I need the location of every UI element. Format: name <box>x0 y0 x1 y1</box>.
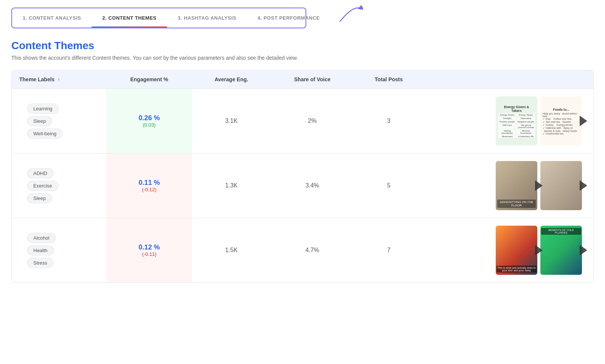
play-icon <box>580 245 587 256</box>
avg-eng-cell: 3.1K <box>192 89 271 153</box>
thumbnail-2[interactable]: Foods to... Help you sleep Avoid before … <box>540 96 582 146</box>
engagement-cell: 0.12 % (-0.11) <box>106 218 192 283</box>
table-row: ADHD Exercise Sleep 0.11 % (-0.12) 1.3K … <box>12 153 593 218</box>
tag-alcohol: Alcohol <box>27 233 56 243</box>
page-subtitle: This shows the account's different Conte… <box>11 55 594 61</box>
thumb-foods-img: Foods to... Help you sleep Avoid before … <box>540 96 582 146</box>
tag-sleep: Sleep <box>27 193 52 203</box>
tag-wellbeing: Well-being <box>27 129 63 139</box>
engagement-delta: (0.03) <box>114 122 184 128</box>
share-of-voice-cell: 4.7% <box>271 218 354 283</box>
col-thumbnails <box>424 70 593 89</box>
total-posts-cell: 3 <box>354 89 424 153</box>
play-icon <box>580 116 587 126</box>
share-of-voice-value: 2% <box>308 118 316 124</box>
thumbnails-cell: ADHD/SITTING ON THE FLOOR <box>424 153 593 218</box>
tab-content-themes[interactable]: 2. CONTENT THEMES <box>92 8 167 28</box>
theme-tags-cell: ADHD Exercise Sleep <box>12 153 106 218</box>
avg-eng-cell: 1.5K <box>192 218 271 283</box>
tab-post-performance[interactable]: 4. POST PERFORMANCE <box>247 8 330 28</box>
tab-content-analysis[interactable]: 1. CONTENT ANALYSIS <box>12 8 92 28</box>
share-of-voice-value: 4.7% <box>306 247 319 253</box>
thumb-room-img: ADHD/SITTING ON THE FLOOR <box>496 161 537 210</box>
engagement-pct-value: 0.12 % <box>114 243 184 251</box>
sort-arrow-icon: ↑ <box>57 77 60 82</box>
share-of-voice-value: 3.4% <box>306 182 319 189</box>
thumbnail-2[interactable] <box>540 161 582 210</box>
thumbnail-2[interactable]: BENEFITS OF COLD PLUNGES <box>540 226 582 275</box>
arrow-decoration <box>337 2 363 25</box>
play-icon <box>535 245 543 256</box>
table-row: Alcohol Health Stress 0.12 % (-0.11) 1.5… <box>12 218 593 283</box>
avg-eng-value: 3.1K <box>225 118 237 124</box>
thumbnail-1[interactable]: ADHD/SITTING ON THE FLOOR <box>496 161 537 210</box>
theme-tags-cell: Alcohol Health Stress <box>12 218 106 283</box>
thumb-energy-img: Energy Givers & Takers Energy GiversEner… <box>496 96 537 146</box>
col-theme-labels[interactable]: Theme Labels ↑ <box>12 70 106 89</box>
thumbnails-cell: This is what and actually does to your l… <box>424 218 593 283</box>
thumbnails-cell: Energy Givers & Takers Energy GiversEner… <box>424 89 593 153</box>
theme-tags-cell: Learning Sleep Well-being <box>12 89 106 153</box>
thumbnail-1[interactable]: Energy Givers & Takers Energy GiversEner… <box>496 96 537 146</box>
col-total-posts[interactable]: Total Posts <box>354 70 424 89</box>
table-header-row: Theme Labels ↑ Engagement % Average Eng.… <box>12 70 593 89</box>
total-posts-value: 5 <box>387 182 391 189</box>
thumbnail-1[interactable]: This is what and actually does to your l… <box>496 226 537 275</box>
content-themes-table: Theme Labels ↑ Engagement % Average Eng.… <box>11 70 594 283</box>
engagement-pct-value: 0.26 % <box>114 114 184 122</box>
engagement-pct-value: 0.11 % <box>114 179 184 187</box>
share-of-voice-cell: 3.4% <box>271 153 354 218</box>
engagement-cell: 0.11 % (-0.12) <box>106 153 192 218</box>
total-posts-value: 3 <box>387 118 391 124</box>
total-posts-cell: 7 <box>354 218 424 283</box>
thumb-sunset-img: This is what and actually does to your l… <box>496 226 537 275</box>
tag-exercise: Exercise <box>27 181 59 191</box>
engagement-cell: 0.26 % (0.03) <box>106 89 192 153</box>
play-icon <box>535 180 543 191</box>
engagement-delta: (-0.12) <box>114 187 184 192</box>
avg-eng-cell: 1.3K <box>192 153 271 218</box>
tab-hashtag-analysis[interactable]: 3. HASHTAG ANALYSIS <box>167 8 247 28</box>
tag-health: Health <box>27 245 54 256</box>
page-title: Content Themes <box>11 40 594 52</box>
play-icon <box>580 180 587 191</box>
navigation-tabs: 1. CONTENT ANALYSIS 2. CONTENT THEMES 3.… <box>11 8 306 28</box>
avg-eng-value: 1.5K <box>225 247 237 253</box>
tag-adhd: ADHD <box>27 168 54 178</box>
tag-stress: Stress <box>27 258 54 268</box>
col-share-of-voice[interactable]: Share of Voice <box>271 70 354 89</box>
avg-eng-value: 1.3K <box>225 182 237 189</box>
thumb-person-img <box>540 161 582 210</box>
tag-learning: Learning <box>27 104 59 114</box>
col-engagement-pct[interactable]: Engagement % <box>106 70 192 89</box>
table-row: Learning Sleep Well-being 0.26 % (0.03) … <box>12 89 593 153</box>
col-average-eng[interactable]: Average Eng. <box>192 70 271 89</box>
engagement-delta: (-0.11) <box>114 251 184 257</box>
share-of-voice-cell: 2% <box>271 89 354 153</box>
total-posts-value: 7 <box>387 247 391 253</box>
tag-sleep: Sleep <box>27 116 52 126</box>
thumb-cold-img: BENEFITS OF COLD PLUNGES <box>540 226 582 275</box>
total-posts-cell: 5 <box>354 153 424 218</box>
